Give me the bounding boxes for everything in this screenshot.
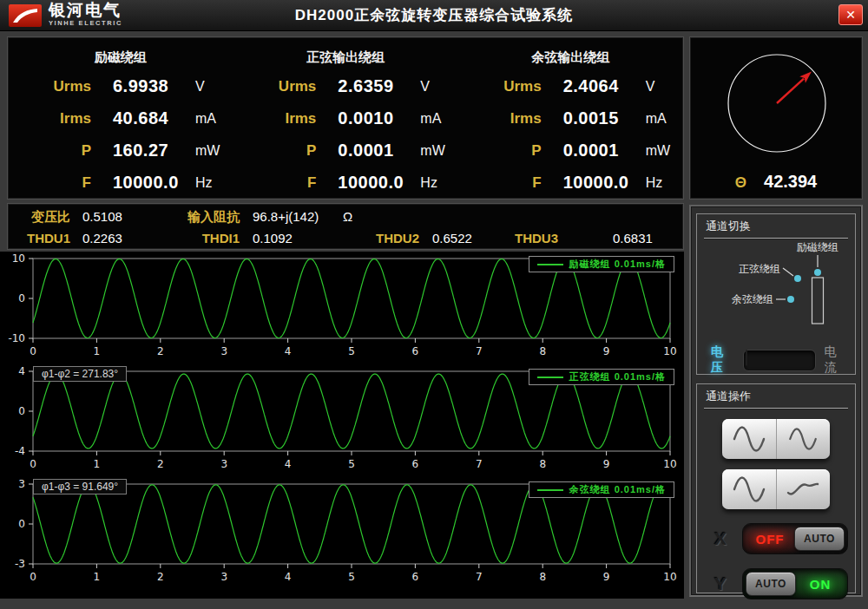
meas-row: Urms 6.9938 V bbox=[8, 70, 233, 102]
svg-text:4: 4 bbox=[285, 571, 292, 583]
svg-text:0: 0 bbox=[30, 458, 36, 470]
waveform-rocker-1[interactable] bbox=[722, 419, 830, 459]
meas-row: F 10000.0 Hz bbox=[458, 167, 683, 199]
y-auto-button[interactable]: AUTO bbox=[746, 572, 796, 596]
group-header: 余弦输出绕组 bbox=[458, 44, 683, 70]
meas-value: 2.6359 bbox=[316, 76, 420, 96]
meas-value: 0.0001 bbox=[316, 141, 420, 160]
svg-text:7: 7 bbox=[476, 458, 483, 470]
current-label: 电流 bbox=[824, 344, 848, 376]
x-off-state[interactable]: OFF bbox=[746, 532, 794, 547]
svg-text:8: 8 bbox=[539, 345, 546, 357]
ratio-label: 变压比 bbox=[8, 207, 70, 226]
channel-slider[interactable] bbox=[812, 278, 824, 324]
waveform-rocker-2[interactable] bbox=[722, 469, 830, 509]
meas-unit: mW bbox=[420, 143, 457, 159]
meas-unit: V bbox=[420, 79, 457, 95]
y-on-state[interactable]: ON bbox=[796, 577, 845, 592]
meas-row: Irms 0.0010 mA bbox=[233, 102, 457, 134]
meas-value: 0.0015 bbox=[542, 108, 646, 128]
svg-text:10: 10 bbox=[663, 458, 676, 470]
theta-symbol: Θ bbox=[735, 174, 746, 192]
y-mode-switch[interactable]: AUTO ON bbox=[742, 568, 848, 599]
x-auto-button[interactable]: AUTO bbox=[794, 527, 845, 551]
meas-row: P 0.0001 mW bbox=[233, 134, 457, 167]
meas-label: Irms bbox=[233, 110, 316, 128]
svg-text:1: 1 bbox=[94, 571, 101, 583]
svg-text:2: 2 bbox=[157, 571, 164, 583]
svg-text:0: 0 bbox=[30, 345, 36, 357]
meas-label: Irms bbox=[8, 110, 91, 128]
legend-line-icon bbox=[537, 489, 563, 491]
gentle-wave-icon[interactable] bbox=[776, 469, 831, 509]
meas-row: P 160.27 mW bbox=[8, 134, 233, 167]
impedance-value: 96.8+j(142) bbox=[253, 207, 319, 226]
meas-value: 10000.0 bbox=[316, 173, 420, 193]
svg-text:4: 4 bbox=[285, 345, 292, 357]
app-window: 银河电气 YINHE ELECTRIC DH2000正余弦旋转变压器综合试验系统… bbox=[0, 0, 868, 609]
thdu2-label: THDU2 bbox=[364, 229, 419, 248]
meas-value: 0.0010 bbox=[316, 108, 420, 128]
toggle-knob[interactable] bbox=[746, 350, 747, 366]
x-axis-row: X OFF AUTO bbox=[714, 523, 848, 554]
phase-annotation: φ1-φ3 = 91.649° bbox=[33, 479, 127, 494]
voltage-current-toggle[interactable] bbox=[743, 350, 817, 371]
svg-text:1: 1 bbox=[94, 345, 101, 357]
svg-text:4: 4 bbox=[18, 366, 25, 377]
svg-text:7: 7 bbox=[476, 571, 483, 583]
x-axis-label: X bbox=[714, 528, 733, 549]
scope-excitation: 100-10012345678910 励磁绕组 0.01ms/格 bbox=[0, 253, 684, 366]
cosine-channel-dot[interactable] bbox=[787, 296, 794, 303]
titlebar: 银河电气 YINHE ELECTRIC DH2000正余弦旋转变压器综合试验系统… bbox=[0, 0, 868, 31]
sine-wave-icon[interactable] bbox=[722, 419, 776, 459]
meas-label: Irms bbox=[458, 110, 542, 128]
svg-text:6: 6 bbox=[412, 458, 419, 470]
meas-label: F bbox=[8, 174, 91, 192]
sine-wave-icon[interactable] bbox=[776, 419, 831, 459]
phase-readout: Θ 42.394 bbox=[690, 172, 862, 192]
channel-switch-panel: 通道切换 励磁绕组 正弦绕组 余弦绕组 电压 bbox=[696, 213, 856, 375]
legend: 励磁绕组 0.01ms/格 bbox=[529, 256, 674, 272]
svg-text:9: 9 bbox=[603, 345, 610, 357]
ratio-value: 0.5108 bbox=[82, 207, 122, 226]
svg-text:5: 5 bbox=[348, 458, 355, 470]
svg-text:3: 3 bbox=[18, 479, 25, 490]
impedance-unit: Ω bbox=[343, 207, 352, 226]
phase-annotation: φ1-φ2 = 271.83° bbox=[33, 366, 127, 382]
thdu3-label: THDU3 bbox=[503, 229, 558, 248]
svg-text:9: 9 bbox=[603, 571, 610, 583]
x-mode-switch[interactable]: OFF AUTO bbox=[742, 523, 848, 554]
sidebar: 通道切换 励磁绕组 正弦绕组 余弦绕组 电压 bbox=[689, 205, 863, 597]
legend: 余弦绕组 0.01ms/格 bbox=[529, 481, 674, 498]
svg-text:0: 0 bbox=[30, 571, 36, 583]
svg-text:0: 0 bbox=[18, 292, 25, 304]
excitation-channel-dot[interactable] bbox=[814, 269, 821, 276]
channel-operation-panel: 通道操作 X OFF bbox=[696, 383, 856, 593]
thdu2-value: 0.6522 bbox=[432, 229, 472, 248]
svg-text:2: 2 bbox=[157, 458, 164, 470]
group-cosine-output: 余弦输出绕组 Urms 2.4064 V Irms 0.0015 mA P 0.… bbox=[458, 44, 683, 199]
meas-row: F 10000.0 Hz bbox=[8, 167, 233, 199]
meas-label: Urms bbox=[8, 78, 91, 95]
meas-value: 0.0001 bbox=[542, 141, 646, 160]
close-button[interactable]: ✕ bbox=[838, 4, 863, 25]
svg-text:5: 5 bbox=[348, 345, 355, 357]
meas-unit: Hz bbox=[420, 175, 457, 191]
sine-channel-dot[interactable] bbox=[794, 275, 801, 282]
svg-text:0: 0 bbox=[18, 405, 25, 417]
group-sine-output: 正弦输出绕组 Urms 2.6359 V Irms 0.0010 mA P 0.… bbox=[233, 44, 457, 199]
meas-value: 40.684 bbox=[91, 108, 195, 128]
window-title: DH2000正余弦旋转变压器综合试验系统 bbox=[0, 0, 868, 31]
legend-label: 励磁绕组 0.01ms/格 bbox=[569, 258, 666, 271]
y-axis-label: Y bbox=[714, 573, 733, 594]
channel-diagram: 励磁绕组 正弦绕组 余弦绕组 bbox=[704, 239, 848, 337]
brand-logo-icon bbox=[9, 4, 42, 27]
svg-text:-3: -3 bbox=[15, 558, 25, 570]
thdu3-value: 0.6831 bbox=[613, 229, 653, 248]
brand-name-zh: 银河电气 bbox=[49, 2, 122, 18]
legend: 正弦绕组 0.01ms/格 bbox=[529, 369, 674, 385]
meas-unit: Hz bbox=[646, 175, 683, 191]
close-icon: ✕ bbox=[845, 8, 856, 22]
phase-dial bbox=[690, 37, 862, 167]
sine-wave-icon[interactable] bbox=[722, 469, 776, 509]
